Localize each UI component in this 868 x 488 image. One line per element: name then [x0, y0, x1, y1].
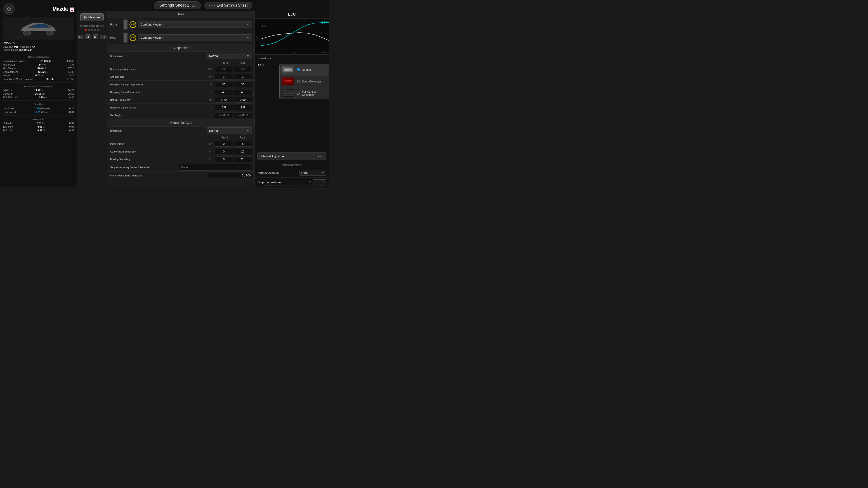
nav-prev[interactable]: ◀ [85, 34, 91, 39]
svg-point-19 [287, 92, 289, 94]
sheet-menu-icon[interactable]: ☰ [192, 3, 195, 7]
nat-freq-rear[interactable]: 1.90 [234, 97, 252, 103]
diff-col-headers: Front Rear [107, 135, 254, 140]
graph-unit-label: ft·lb [256, 35, 258, 38]
japan-flag [70, 7, 74, 11]
svg-rect-15 [289, 80, 291, 81]
rear-tire-icon [123, 33, 128, 43]
neg-camber-front[interactable]: 0.5 [215, 105, 233, 110]
nav-l1[interactable]: L1 [78, 35, 84, 39]
suspension-col-headers: Front Rear [107, 60, 254, 65]
nav-next[interactable]: ▶ [93, 34, 98, 39]
tires-section-header: Tires [107, 11, 254, 18]
damping-exp-front[interactable]: 45 [215, 89, 233, 95]
svg-rect-10 [285, 70, 289, 71]
dots-icon: • • • [209, 3, 215, 7]
svg-rect-12 [284, 80, 292, 83]
body-height-front[interactable]: 130 [215, 66, 233, 72]
ecu-option-sport[interactable]: Sport Computer [280, 76, 329, 88]
svg-point-18 [284, 92, 286, 94]
anti-roll-rear[interactable]: 1 [234, 74, 252, 79]
rear-tire-row: Rear CM Comfort: Medium ▼ [107, 31, 254, 44]
left-panel: MAZDA Mazda RX500 '70 Drivetrain MR / As… [0, 0, 77, 187]
r1000-row: 0-1000 m 25.55 sec. 25.55 [3, 92, 74, 96]
history-dot-4 [94, 29, 96, 31]
rear-tire-select[interactable]: Comfort: Medium ▼ [138, 34, 252, 41]
top-bar: Settings Sheet 1 ☰ • • • Edit Settings S… [77, 0, 329, 11]
sheet-selector[interactable]: Settings Sheet 1 ☰ [154, 1, 201, 9]
toe-rear[interactable]: ⇤⇥ 0.30 [234, 112, 252, 118]
damping-comp-rear[interactable]: 35 [234, 82, 252, 87]
nitrous-select[interactable]: None ▼ [299, 170, 327, 175]
accel-sens-row: Acceleration Sensitivity Lv. 0 20 [107, 148, 254, 156]
body-height-rear[interactable]: 130 [234, 66, 252, 72]
triangle-icon [84, 16, 87, 19]
nitrous-title: Nitrous/Overtake [255, 162, 329, 168]
front-tire-badge: CM [129, 21, 136, 28]
edit-settings-button[interactable]: • • • Edit Settings Sheet [204, 2, 252, 9]
chevron-down-icon: ▼ [246, 129, 249, 132]
diff-section-header: Differential Gear [107, 119, 254, 127]
car-image [3, 17, 74, 39]
mazda-logo: MAZDA [3, 3, 15, 15]
max-power-row: Max Power 247 HP 247 [3, 63, 74, 66]
right-ecu-panel: ECU 247 171 ft·lb ≡ 1000 rpm 8500 [254, 11, 329, 187]
brake-sens-rear[interactable]: 20 [234, 156, 252, 162]
history-dot-1 [85, 29, 87, 31]
base-performance-title: Base Performance [3, 56, 74, 58]
pp-row: Performance Points PP 466.62 466.62 [3, 59, 74, 63]
max-torque-row: Max Torque 170.6 ft-lb 170.6 [3, 66, 74, 70]
high-speed-row: High Speed -0.61 (Under) -0.61 [3, 110, 74, 114]
brand-name: Mazda [53, 6, 74, 12]
front-tire-select[interactable]: Comfort: Medium ▼ [138, 21, 252, 28]
init-torque-rear[interactable]: 5 [234, 141, 252, 147]
g240-row: 240 km/h 0.97 G 0.97 [3, 129, 74, 132]
body-height-row: Body Height Adjustment mm 130 130 [107, 65, 254, 73]
svg-rect-13 [285, 80, 286, 81]
svg-point-6 [46, 31, 53, 35]
svg-text:MAZDA: MAZDA [6, 12, 11, 13]
chevron-down-icon: ▼ [246, 54, 249, 58]
ecu-options-overlay: Normal Sport Computer Fu [279, 64, 329, 99]
car-brand: MAZDA Mazda [3, 3, 74, 15]
neg-camber-rear[interactable]: 1.5 [234, 105, 252, 110]
nat-freq-front[interactable]: 1.70 [215, 97, 233, 103]
chevron-right-icon: › [253, 90, 254, 97]
fr-torque-value[interactable]: 0 : 100 [207, 173, 252, 178]
suspension-type-select[interactable]: Normal ▼ [207, 53, 252, 59]
svg-point-5 [24, 31, 31, 35]
ecu-title: ECU [255, 11, 329, 19]
accel-sens-rear[interactable]: 20 [234, 149, 252, 154]
anti-roll-row: Anti-Roll Bar Lv. 1 1 [107, 73, 254, 80]
toe-front[interactable]: ⇤⇥ 0.00 [215, 112, 233, 118]
svg-rect-8 [284, 68, 292, 71]
settings-content: Measure Measurement History L1 ◀ ▶ R1 Ti… [77, 11, 329, 187]
anti-roll-front[interactable]: 1 [215, 74, 233, 79]
graph-rpm-row: 1000 rpm 8500 [261, 51, 327, 54]
manual-adjustment-button[interactable]: Manual Adjustment • • • [257, 153, 327, 160]
damping-exp-rear[interactable]: 45 [234, 89, 252, 95]
diff-type-select[interactable]: Normal ▼ [207, 127, 252, 134]
chevron-down-icon: ▼ [321, 171, 324, 174]
main-area: Settings Sheet 1 ☰ • • • Edit Settings S… [77, 0, 329, 187]
nav-row: L1 ◀ ▶ R1 [78, 34, 106, 39]
displacement-row: Displacement 491x2 cc 491x2 [3, 70, 74, 74]
g120-row: 120 km/h 0.96 G 0.96 [3, 125, 74, 129]
measurement-history-label: Measurement History [80, 24, 104, 27]
settings-main: Tires Front CM Comfort: Medium ▼ Rear CM [107, 11, 254, 187]
r100150-row: 100-150 km/h 4.95 sec. 4.95 [3, 96, 74, 99]
ecu-sport-image [282, 77, 294, 86]
ecu-option-full[interactable]: Full Control Computer [280, 88, 329, 99]
init-torque-front[interactable]: 0 [215, 141, 233, 147]
svg-rect-9 [285, 69, 291, 70]
toe-rear-icon: ⇤⇥ [238, 114, 241, 117]
brake-sens-front[interactable]: 0 [215, 156, 233, 162]
sheet-title: Settings Sheet 1 [159, 3, 189, 8]
ecu-normal-image [282, 66, 294, 74]
nav-r1[interactable]: R1 [100, 35, 106, 39]
damping-comp-front[interactable]: 35 [215, 82, 233, 87]
ecu-option-normal[interactable]: Normal [280, 64, 329, 76]
accel-sens-front[interactable]: 0 [215, 149, 233, 154]
measure-button[interactable]: Measure [80, 13, 104, 21]
ecu-graph: 247 171 ft·lb ≡ 1000 rpm 8500 [255, 19, 329, 55]
